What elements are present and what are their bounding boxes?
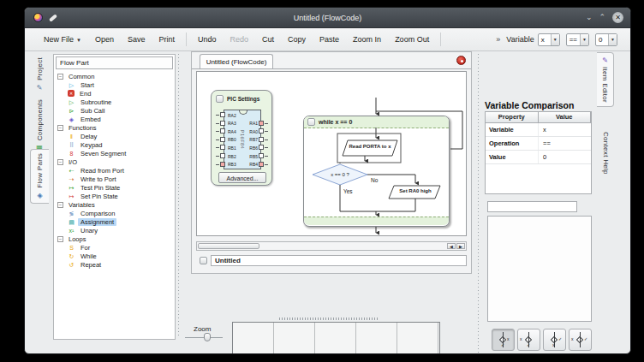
- copy-button[interactable]: Copy: [281, 33, 313, 46]
- pin-rb1[interactable]: [220, 145, 225, 150]
- undo-button[interactable]: Undo: [191, 33, 224, 46]
- tree-item-embed[interactable]: ◈Embed: [56, 115, 173, 123]
- tree-item-for[interactable]: SFor: [56, 243, 173, 252]
- caption-field[interactable]: Untitled: [211, 255, 467, 266]
- pin-rb2[interactable]: [220, 153, 225, 158]
- layout-option-button-1[interactable]: x✓: [492, 329, 515, 351]
- tree-group-common[interactable]: −Common: [56, 72, 173, 80]
- new-file-button[interactable]: New File▼: [37, 33, 88, 46]
- tree-expander-icon[interactable]: −: [57, 236, 63, 242]
- value-combo[interactable]: 0▼: [595, 33, 617, 46]
- property-row-variable[interactable]: Variablex: [486, 123, 591, 137]
- flowchart-canvas[interactable]: PIC Settings P16F84 RA2RA3RA4RB0RB1RB2RB…: [196, 71, 467, 236]
- tree-group-i-o[interactable]: −I/O: [56, 157, 173, 166]
- layout-option-button-8[interactable]: x✓: [569, 353, 592, 354]
- tree-item-assignment[interactable]: ▤Assignment: [56, 217, 173, 226]
- scrollbar-thumb[interactable]: [198, 243, 259, 249]
- tree-item-seven-segment[interactable]: 8Seven Segment: [56, 149, 173, 157]
- document-close-button[interactable]: [456, 56, 466, 65]
- set-ra0-label[interactable]: Set RA0 high: [391, 188, 440, 193]
- pin-rb0[interactable]: [220, 137, 225, 142]
- right-splitter[interactable]: [477, 54, 480, 354]
- pin-ra3[interactable]: [220, 121, 225, 126]
- tree-expander-icon[interactable]: −: [57, 202, 63, 208]
- scroll-right-button[interactable]: ▶: [456, 243, 465, 249]
- chevron-down-icon[interactable]: ▼: [580, 34, 588, 45]
- tree-item-write-to-port[interactable]: ⇢Write to Port: [56, 175, 173, 183]
- dock-tab-item-editor[interactable]: ✎Item Editor: [597, 52, 614, 107]
- tree-item-set-pin-state[interactable]: ↦Set Pin State: [56, 192, 173, 200]
- pin-ra2[interactable]: [220, 112, 225, 117]
- tree-item-test-pin-state[interactable]: ↦Test Pin State: [56, 183, 173, 192]
- pin-ra0[interactable]: [259, 128, 264, 134]
- tree-item-comparison[interactable]: ≶Comparison: [56, 209, 173, 217]
- paste-button[interactable]: Paste: [313, 33, 346, 46]
- title-bar[interactable]: Untitled (FlowCode) ⌄ ⌃ ✕: [25, 8, 630, 28]
- tree-expander-icon[interactable]: −: [57, 125, 63, 131]
- sidebar-tab-components[interactable]: Components▦: [30, 96, 49, 155]
- caption-checkbox[interactable]: [200, 257, 207, 264]
- item-editor-input[interactable]: [487, 201, 577, 212]
- scroll-left-button[interactable]: ◀: [447, 243, 456, 249]
- property-row-operation[interactable]: Operation==: [486, 137, 591, 151]
- advanced-button[interactable]: Advanced...: [218, 172, 266, 183]
- tree-group-functions[interactable]: −Functions: [56, 123, 173, 132]
- tree-expander-icon[interactable]: −: [57, 159, 63, 165]
- print-button[interactable]: Print: [152, 33, 182, 46]
- dock-tab-context-help[interactable]: Context Help: [597, 128, 614, 178]
- pin-rb4[interactable]: [259, 162, 264, 167]
- column-header-property[interactable]: Property: [485, 111, 539, 123]
- layout-option-button-4[interactable]: x✓: [569, 329, 592, 351]
- layout-option-button-7[interactable]: x✓: [543, 353, 566, 354]
- decision-label[interactable]: x == 0 ?: [316, 172, 364, 177]
- tree-item-delay[interactable]: ‖Delay: [56, 132, 173, 140]
- pic-settings-panel[interactable]: PIC Settings P16F84 RA2RA3RA4RB0RB1RB2RB…: [211, 90, 272, 186]
- tree-item-repeat[interactable]: ↺Repeat: [56, 260, 173, 269]
- tree-item-start[interactable]: ▷Start: [56, 80, 173, 89]
- tree-group-loops[interactable]: −Loops: [56, 234, 173, 243]
- document-tab[interactable]: Untitled (FlowCode): [200, 54, 273, 68]
- tree-item-keypad[interactable]: ⠿Keypad: [56, 140, 173, 149]
- left-splitter[interactable]: [177, 54, 180, 336]
- tree-item-unary[interactable]: x¹Unary: [56, 226, 173, 234]
- zoom-in-button[interactable]: Zoom In: [346, 33, 388, 46]
- item-editor-listbox[interactable]: [487, 216, 592, 322]
- pin-rb7[interactable]: [259, 137, 264, 142]
- chevron-down-icon[interactable]: ▼: [551, 34, 559, 45]
- while-loop-checkbox[interactable]: [307, 118, 315, 126]
- layout-option-button-3[interactable]: x✓: [543, 329, 566, 351]
- zoom-out-button[interactable]: Zoom Out: [388, 33, 436, 46]
- canvas-horizontal-scrollbar[interactable]: ◀ ▶: [196, 241, 467, 251]
- read-porta-label[interactable]: Read PORTA to x: [343, 144, 397, 149]
- while-loop-box[interactable]: while x == 0: [303, 116, 450, 227]
- pin-ra1[interactable]: [259, 121, 264, 126]
- save-button[interactable]: Save: [121, 33, 152, 46]
- zoom-slider-thumb[interactable]: [204, 333, 211, 341]
- operation-combo[interactable]: ==▼: [566, 33, 589, 46]
- property-row-value[interactable]: Value0: [486, 151, 591, 164]
- tree-item-sub-call[interactable]: ⊳Sub Call: [56, 106, 173, 115]
- pin-rb6[interactable]: [259, 145, 264, 150]
- tree-item-while[interactable]: ↻While: [56, 252, 173, 260]
- layout-option-button-6[interactable]: x✓: [517, 353, 540, 354]
- pin-rb5[interactable]: [259, 153, 264, 158]
- toolbar-overflow-icon[interactable]: »: [496, 35, 499, 44]
- sidebar-tab-project[interactable]: Project✎: [30, 54, 49, 95]
- tree-item-end[interactable]: ✕End: [56, 89, 173, 98]
- chevron-down-icon[interactable]: ▼: [608, 34, 617, 45]
- tree-expander-icon[interactable]: −: [57, 74, 63, 80]
- column-header-value[interactable]: Value: [538, 111, 592, 123]
- open-button[interactable]: Open: [88, 33, 121, 46]
- tree-group-variables[interactable]: −Variables: [56, 200, 173, 209]
- pin-rb3[interactable]: [220, 162, 225, 167]
- oscilloscope-splitter-handle[interactable]: [279, 317, 379, 320]
- flow-part-header[interactable]: Flow Part: [56, 56, 173, 69]
- layout-option-button-2[interactable]: x✓: [517, 329, 540, 351]
- tree-item-subroutine[interactable]: ▷Subroutine: [56, 98, 173, 106]
- sidebar-tab-flow-parts[interactable]: Flow Parts◈: [30, 149, 49, 204]
- cut-button[interactable]: Cut: [255, 33, 281, 46]
- pic-settings-checkbox[interactable]: [216, 95, 224, 103]
- layout-option-button-5[interactable]: x✓: [492, 353, 515, 354]
- variable-combo[interactable]: x▼: [538, 33, 560, 46]
- pin-ra4[interactable]: [220, 128, 225, 134]
